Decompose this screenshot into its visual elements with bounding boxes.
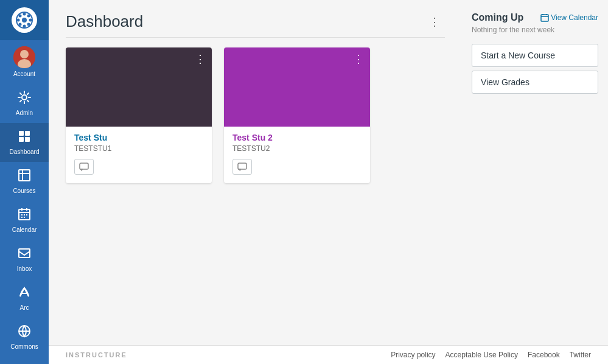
page-title: Dashboard (66, 12, 143, 31)
svg-rect-17 (25, 137, 30, 142)
svg-rect-14 (19, 131, 24, 136)
footer: INSTRUCTURE Privacy policy Acceptable Us… (49, 345, 608, 364)
admin-icon (17, 90, 32, 107)
dashboard-icon (17, 129, 32, 146)
card-actions-1 (74, 159, 203, 175)
svg-point-3 (23, 25, 26, 28)
sidebar-item-account-label: Account (13, 71, 35, 78)
sidebar-item-arc-label: Arc (20, 304, 29, 312)
start-new-course-button[interactable]: Start a New Course (472, 44, 598, 67)
card-header-1: ⋮ (66, 47, 212, 127)
footer-privacy-link[interactable]: Privacy policy (391, 351, 435, 359)
courses-icon (17, 168, 32, 185)
coming-up-header: Coming Up View Calendar (472, 12, 598, 23)
sidebar-item-arc[interactable]: Arc (0, 279, 49, 318)
course-card-2[interactable]: ⋮ Test Stu 2 TESTSTU2 (224, 47, 370, 183)
view-calendar-link[interactable]: View Calendar (540, 13, 598, 22)
course-card[interactable]: ⋮ Test Stu TESTSTU1 (66, 47, 212, 183)
course-code-1: TESTSTU1 (74, 144, 203, 153)
course-chat-button-1[interactable] (74, 159, 94, 175)
sidebar-item-admin-label: Admin (16, 110, 33, 117)
svg-point-5 (29, 19, 32, 22)
svg-rect-35 (541, 15, 548, 21)
dashboard-area: Dashboard ⋮ ⋮ Test Stu TES (49, 0, 462, 345)
cards-grid: ⋮ Test Stu TESTSTU1 (66, 47, 445, 183)
more-menu-icon[interactable]: ⋮ (424, 13, 445, 31)
svg-point-2 (23, 13, 26, 16)
svg-point-11 (20, 50, 29, 58)
view-grades-button[interactable]: View Grades (472, 71, 598, 94)
sidebar-item-inbox-label: Inbox (17, 265, 32, 273)
course-name-link-2[interactable]: Test Stu 2 (232, 133, 273, 142)
course-name-2: Test Stu 2 (232, 133, 362, 142)
coming-up-empty-text: Nothing for the next week (472, 26, 598, 34)
course-chat-button-2[interactable] (232, 159, 252, 175)
card-body-1: Test Stu TESTSTU1 (66, 127, 212, 183)
sidebar-item-commons-label: Commons (10, 343, 38, 351)
card-menu-icon-1[interactable]: ⋮ (194, 52, 207, 66)
card-menu-icon-2[interactable]: ⋮ (352, 52, 365, 66)
svg-rect-34 (238, 163, 246, 169)
dashboard-header: Dashboard ⋮ (66, 12, 445, 38)
svg-point-7 (27, 23, 30, 26)
svg-point-6 (19, 15, 22, 18)
sidebar-item-inbox[interactable]: Inbox (0, 240, 49, 279)
card-body-2: Test Stu 2 TESTSTU2 (224, 127, 370, 183)
svg-point-13 (22, 95, 27, 100)
sidebar-item-dashboard[interactable]: Dashboard (0, 123, 49, 162)
svg-rect-18 (19, 170, 30, 181)
course-code-2: TESTSTU2 (232, 144, 362, 153)
page-wrapper: Account Admin Dashboard (0, 0, 608, 364)
svg-rect-33 (80, 163, 88, 169)
sidebar-logo[interactable] (0, 0, 49, 40)
footer-facebook-link[interactable]: Facebook (528, 351, 560, 359)
sidebar-item-courses[interactable]: Courses (0, 162, 49, 201)
sidebar: Account Admin Dashboard (0, 0, 49, 364)
avatar (13, 46, 35, 68)
logo-icon (12, 7, 37, 33)
sidebar-item-commons[interactable]: Commons (0, 318, 49, 357)
course-name-link-1[interactable]: Test Stu (74, 133, 107, 142)
view-calendar-label: View Calendar (551, 13, 598, 22)
footer-twitter-link[interactable]: Twitter (570, 351, 591, 359)
sidebar-item-calendar[interactable]: Calendar (0, 201, 49, 240)
arc-icon (17, 285, 32, 302)
footer-links: Privacy policy Acceptable Use Policy Fac… (391, 351, 591, 359)
calendar-icon (17, 207, 32, 224)
sidebar-item-admin[interactable]: Admin (0, 84, 49, 123)
commons-icon (17, 324, 32, 341)
card-actions-2 (232, 159, 362, 175)
svg-rect-16 (19, 137, 24, 142)
footer-brand: INSTRUCTURE (66, 351, 127, 359)
center-column: Dashboard ⋮ ⋮ Test Stu TES (49, 0, 608, 364)
sidebar-item-account[interactable]: Account (0, 40, 49, 84)
svg-point-9 (19, 23, 22, 26)
inbox-icon (17, 246, 32, 263)
footer-aup-link[interactable]: Acceptable Use Policy (446, 351, 518, 359)
sidebar-item-courses-label: Courses (13, 187, 35, 195)
card-header-2: ⋮ (224, 47, 370, 127)
course-name-1: Test Stu (74, 133, 203, 142)
content-row: Dashboard ⋮ ⋮ Test Stu TES (49, 0, 608, 345)
sidebar-item-calendar-label: Calendar (12, 226, 37, 234)
coming-up-title: Coming Up (472, 12, 523, 23)
right-sidebar: Coming Up View Calendar Nothing for the … (462, 0, 608, 345)
sidebar-item-dashboard-label: Dashboard (10, 149, 40, 156)
svg-point-8 (27, 15, 30, 18)
svg-rect-15 (25, 131, 30, 136)
svg-point-1 (22, 18, 27, 23)
svg-point-4 (17, 19, 20, 22)
